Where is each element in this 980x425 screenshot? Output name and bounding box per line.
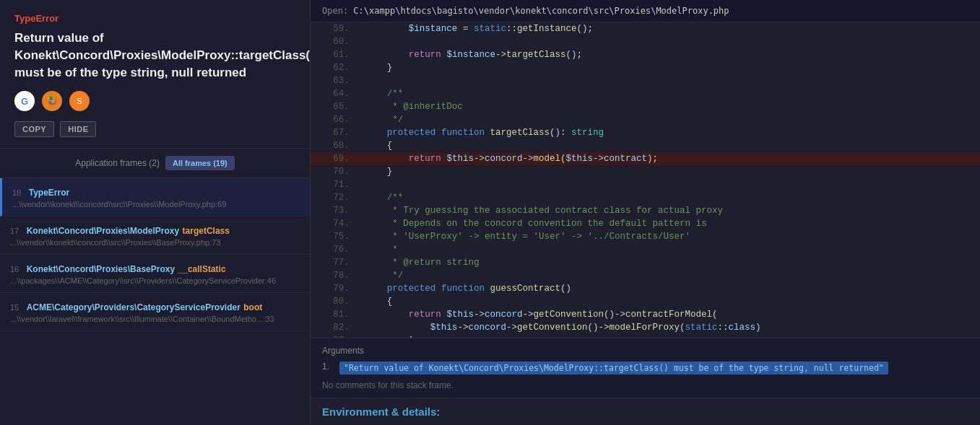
arg-num-1: 1.: [322, 362, 334, 372]
code-table: 59. $instance = static::getInstance(); 6…: [311, 22, 980, 338]
hide-button[interactable]: HIDE: [60, 121, 96, 137]
line-num-62: 62.: [311, 61, 360, 74]
right-panel: Open: C:\xampp\htdocs\bagisto\vendor\kon…: [311, 0, 980, 425]
code-line-74: 74. * Depends on the concord convention …: [311, 217, 980, 230]
frame-method-15: boot: [243, 302, 262, 312]
line-code-80: {: [360, 295, 980, 308]
line-code-61: return $instance->targetClass();: [360, 48, 980, 61]
frames-list: 18 TypeError ...\\vendor\\konekt\\concor…: [0, 178, 310, 425]
line-num-74: 74.: [311, 217, 360, 230]
code-line-72: 72. /**: [311, 191, 980, 204]
app-frames-label: Application frames (2): [75, 158, 160, 168]
line-num-60: 60.: [311, 35, 360, 48]
code-line-82: 82. $this->concord->getConvention()->mod…: [311, 321, 980, 334]
line-num-69: 69.: [311, 152, 360, 165]
duckduckgo-search-icon[interactable]: 🦆: [42, 91, 62, 111]
stackoverflow-search-icon[interactable]: S: [69, 91, 90, 111]
left-panel: TypeError Return value of Konekt\Concord…: [0, 0, 311, 425]
arguments-label: Arguments: [322, 346, 968, 356]
line-num-68: 68.: [311, 139, 360, 152]
argument-item-1: 1. "Return value of Konekt\Concord\Proxi…: [322, 362, 968, 374]
frame-class-16: Konekt\Concord\Proxies\BaseProxy: [27, 264, 175, 274]
code-line-66: 66. */: [311, 113, 980, 126]
code-line-67: 67. protected function targetClass(): st…: [311, 126, 980, 139]
frame-item-16[interactable]: 16 Konekt\Concord\Proxies\BaseProxy __ca…: [0, 255, 310, 293]
line-code-76: *: [360, 243, 980, 256]
line-num-80: 80.: [311, 295, 360, 308]
line-num-66: 66.: [311, 113, 360, 126]
line-num-82: 82.: [311, 321, 360, 334]
code-line-69: 69. return $this->concord->model($this->…: [311, 152, 980, 165]
code-line-65: 65. * @inheritDoc: [311, 100, 980, 113]
frame-class-15: ACME\Category\Providers\CategoryServiceP…: [27, 302, 240, 312]
frame-class-18: TypeError: [29, 188, 69, 198]
line-code-69: return $this->concord->model($this->cont…: [360, 152, 980, 165]
frame-file-18: ...\\vendor\\konekt\\concord\\src\\Proxi…: [12, 200, 300, 209]
frame-num-18: 18: [12, 188, 21, 197]
line-code-78: */: [360, 269, 980, 282]
code-line-59: 59. $instance = static::getInstance();: [311, 22, 980, 35]
copy-button[interactable]: COPY: [14, 121, 54, 137]
code-line-61: 61. return $instance->targetClass();: [311, 48, 980, 61]
code-line-71: 71.: [311, 178, 980, 191]
error-header: TypeError Return value of Konekt\Concord…: [0, 0, 310, 149]
environment-section: Environment & details:: [311, 398, 980, 425]
line-num-72: 72.: [311, 191, 360, 204]
all-frames-button[interactable]: All frames (19): [165, 156, 235, 170]
code-line-63: 63.: [311, 74, 980, 87]
line-code-60: [360, 35, 980, 48]
line-code-71: [360, 178, 980, 191]
line-code-74: * Depends on the concord convention the …: [360, 217, 980, 230]
frame-item-17[interactable]: 17 Konekt\Concord\Proxies\ModelProxy tar…: [0, 216, 310, 255]
search-icons: G 🦆 S: [14, 91, 295, 111]
line-num-73: 73.: [311, 204, 360, 217]
line-code-66: */: [360, 113, 980, 126]
code-line-78: 78. */: [311, 269, 980, 282]
line-num-75: 75.: [311, 230, 360, 243]
file-path-label: Open:: [322, 6, 353, 16]
line-num-59: 59.: [311, 22, 360, 35]
line-code-77: * @return string: [360, 256, 980, 269]
line-code-63: [360, 74, 980, 87]
code-line-68: 68. {: [311, 139, 980, 152]
line-code-65: * @inheritDoc: [360, 100, 980, 113]
line-num-61: 61.: [311, 48, 360, 61]
line-code-82: $this->concord->getConvention()->modelFo…: [360, 321, 980, 334]
code-line-64: 64. /**: [311, 87, 980, 100]
line-code-81: return $this->concord->getConvention()->…: [360, 308, 980, 321]
code-line-76: 76. *: [311, 243, 980, 256]
line-num-77: 77.: [311, 256, 360, 269]
line-code-70: }: [360, 165, 980, 178]
frame-num-15: 15: [10, 303, 19, 312]
line-num-70: 70.: [311, 165, 360, 178]
frame-item-18[interactable]: 18 TypeError ...\\vendor\\konekt\\concor…: [0, 178, 310, 216]
line-num-79: 79.: [311, 282, 360, 295]
frame-file-17: ...\\vendor\\konekt\\concord\\src\\Proxi…: [10, 238, 300, 247]
frame-num-16: 16: [10, 265, 19, 273]
frame-file-15: ...\\vendor\\laravel\\framework\\src\\Il…: [10, 315, 285, 323]
line-code-67: protected function targetClass(): string: [360, 126, 980, 139]
line-num-78: 78.: [311, 269, 360, 282]
line-num-65: 65.: [311, 100, 360, 113]
line-code-64: /**: [360, 87, 980, 100]
error-type: TypeError: [14, 13, 295, 24]
line-num-64: 64.: [311, 87, 360, 100]
code-line-75: 75. * 'UserProxy' -> entity = 'User' -> …: [311, 230, 980, 243]
error-message: Return value of Konekt\Concord\Proxies\M…: [14, 30, 295, 81]
google-search-icon[interactable]: G: [14, 91, 35, 111]
line-code-62: }: [360, 61, 980, 74]
code-area[interactable]: 59. $instance = static::getInstance(); 6…: [311, 22, 980, 338]
code-line-80: 80. {: [311, 295, 980, 308]
frame-item-15[interactable]: 15 ACME\Category\Providers\CategoryServi…: [0, 293, 310, 331]
frame-method-16: __callStatic: [178, 264, 226, 274]
line-code-68: {: [360, 139, 980, 152]
line-num-71: 71.: [311, 178, 360, 191]
arg-value-1: "Return value of Konekt\Concord\Proxies\…: [339, 362, 888, 374]
line-num-63: 63.: [311, 74, 360, 87]
line-num-67: 67.: [311, 126, 360, 139]
code-line-81: 81. return $this->concord->getConvention…: [311, 308, 980, 321]
line-code-79: protected function guessContract(): [360, 282, 980, 295]
line-num-76: 76.: [311, 243, 360, 256]
code-line-70: 70. }: [311, 165, 980, 178]
frame-class-17: Konekt\Concord\Proxies\ModelProxy: [27, 226, 179, 236]
